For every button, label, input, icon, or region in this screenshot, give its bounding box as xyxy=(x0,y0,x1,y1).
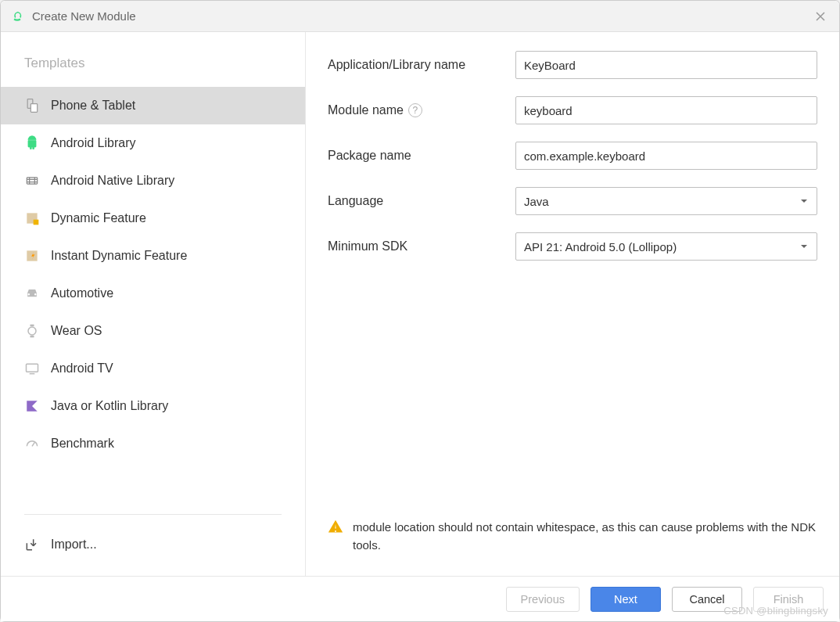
input-package-name[interactable] xyxy=(515,142,817,170)
native-lib-icon xyxy=(24,173,40,189)
sidebar-item-wear-os[interactable]: Wear OS xyxy=(1,312,305,350)
benchmark-icon xyxy=(24,436,40,451)
chevron-down-icon xyxy=(799,240,809,253)
svg-rect-1 xyxy=(31,104,37,113)
label-language: Language xyxy=(328,194,515,208)
watch-icon xyxy=(24,323,40,339)
sidebar-item-instant-dynamic[interactable]: Instant Dynamic Feature xyxy=(1,237,305,275)
sidebar-item-label: Instant Dynamic Feature xyxy=(51,249,187,263)
dialog-footer: Previous Next Cancel Finish xyxy=(1,576,839,621)
row-app-name: Application/Library name xyxy=(328,51,817,79)
sidebar-item-label: Android Library xyxy=(51,136,136,150)
row-language: Language Java xyxy=(328,187,817,215)
sidebar-item-label: Android Native Library xyxy=(51,174,174,188)
label-package-name: Package name xyxy=(328,149,515,163)
close-icon[interactable] xyxy=(811,7,830,26)
previous-button[interactable]: Previous xyxy=(506,587,580,612)
phone-tablet-icon xyxy=(24,98,40,113)
dynamic-feature-icon xyxy=(24,210,40,226)
select-min-sdk[interactable]: API 21: Android 5.0 (Lollipop) xyxy=(515,232,817,261)
warning-message: module location should not contain white… xyxy=(328,512,817,568)
sidebar-item-label: Dynamic Feature xyxy=(51,211,146,225)
label-min-sdk: Minimum SDK xyxy=(328,239,515,253)
sidebar-item-android-library[interactable]: Android Library xyxy=(1,124,305,162)
sidebar-item-label: Java or Kotlin Library xyxy=(51,399,168,413)
sidebar-item-import[interactable]: Import... xyxy=(1,523,305,576)
help-icon[interactable]: ? xyxy=(408,103,422,117)
next-button[interactable]: Next xyxy=(591,587,661,612)
android-studio-icon xyxy=(10,9,24,23)
svg-rect-2 xyxy=(27,178,37,184)
label-app-name: Application/Library name xyxy=(328,58,515,72)
template-list: Phone & Tablet Android Library Android N… xyxy=(1,87,305,506)
label-module-name: Module name ? xyxy=(328,103,515,117)
android-icon xyxy=(24,135,40,151)
sidebar-item-label: Wear OS xyxy=(51,324,102,338)
sidebar-item-label: Phone & Tablet xyxy=(51,99,135,113)
svg-point-3 xyxy=(28,327,36,335)
row-module-name: Module name ? xyxy=(328,96,817,124)
import-icon xyxy=(24,537,40,552)
window-title: Create New Module xyxy=(32,9,136,23)
titlebar: Create New Module xyxy=(1,1,839,32)
car-icon xyxy=(24,286,40,301)
input-module-name[interactable] xyxy=(515,96,817,124)
finish-button[interactable]: Finish xyxy=(753,587,824,612)
select-language[interactable]: Java xyxy=(515,187,817,215)
sidebar-item-benchmark[interactable]: Benchmark xyxy=(1,425,305,462)
row-package-name: Package name xyxy=(328,142,817,170)
main-panel: Application/Library name Module name ? P… xyxy=(306,32,839,576)
input-app-name[interactable] xyxy=(515,51,817,79)
tv-icon xyxy=(24,361,40,376)
svg-rect-6 xyxy=(27,364,38,372)
sidebar-item-dynamic-feature[interactable]: Dynamic Feature xyxy=(1,200,305,237)
sidebar-item-automotive[interactable]: Automotive xyxy=(1,275,305,312)
chevron-down-icon xyxy=(799,195,809,208)
warning-text: module location should not contain white… xyxy=(353,519,817,554)
sidebar-heading: Templates xyxy=(1,48,305,87)
templates-sidebar: Templates Phone & Tablet Android Library xyxy=(1,32,306,576)
sidebar-item-native-library[interactable]: Android Native Library xyxy=(1,162,305,200)
sidebar-item-label: Automotive xyxy=(51,286,113,300)
cancel-button[interactable]: Cancel xyxy=(672,587,742,612)
select-min-sdk-value: API 21: Android 5.0 (Lollipop) xyxy=(524,240,677,253)
sidebar-item-phone-tablet[interactable]: Phone & Tablet xyxy=(1,87,305,124)
import-label: Import... xyxy=(51,538,97,552)
svg-rect-4 xyxy=(31,325,34,327)
kotlin-icon xyxy=(24,398,40,414)
dialog-body: Templates Phone & Tablet Android Library xyxy=(1,32,839,576)
sidebar-item-android-tv[interactable]: Android TV xyxy=(1,350,305,387)
select-language-value: Java xyxy=(524,195,549,208)
sidebar-item-label: Android TV xyxy=(51,361,113,376)
create-module-dialog: Create New Module Templates Phone & Tabl… xyxy=(0,0,840,622)
row-min-sdk: Minimum SDK API 21: Android 5.0 (Lollipo… xyxy=(328,232,817,261)
sidebar-item-java-kotlin-library[interactable]: Java or Kotlin Library xyxy=(1,387,305,425)
sidebar-divider xyxy=(24,514,282,515)
instant-dynamic-icon xyxy=(24,248,40,264)
module-form: Application/Library name Module name ? P… xyxy=(328,51,817,512)
svg-rect-5 xyxy=(31,336,34,338)
warning-icon xyxy=(328,519,343,537)
sidebar-item-label: Benchmark xyxy=(51,437,114,451)
